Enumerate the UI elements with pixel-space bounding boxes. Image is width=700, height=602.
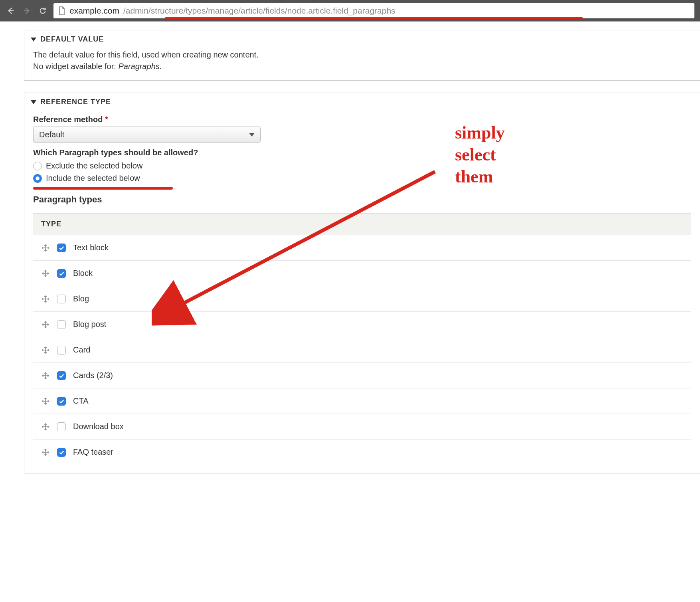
drag-handle-icon[interactable] <box>41 244 50 252</box>
paragraph-type-checkbox[interactable] <box>57 397 66 406</box>
radio-include-label: Include the selected below <box>46 174 140 183</box>
paragraph-types-table: TYPE Text blockBlockBlogBlog postCardCar… <box>33 213 691 465</box>
default-value-line2-suffix: . <box>160 62 162 71</box>
radio-include[interactable]: Include the selected below <box>33 172 691 184</box>
table-row: Blog post <box>33 312 691 337</box>
paragraph-type-checkbox[interactable] <box>57 346 66 354</box>
paragraph-type-label: Card <box>73 345 90 354</box>
browser-toolbar: example.com/admin/structure/types/manage… <box>0 0 700 21</box>
paragraph-type-label: FAQ teaser <box>73 448 113 457</box>
arrow-left-icon <box>6 6 15 15</box>
default-value-line2: No widget available for: Paragraphs. <box>33 61 691 72</box>
drag-handle-icon[interactable] <box>41 422 50 431</box>
radio-exclude-label: Exclude the selected below <box>46 161 142 170</box>
paragraph-type-checkbox[interactable] <box>57 320 66 329</box>
paragraph-type-checkbox[interactable] <box>57 269 66 278</box>
required-indicator: * <box>105 115 108 124</box>
arrow-right-icon <box>22 6 31 15</box>
reference-method-value: Default <box>39 130 64 139</box>
drag-handle-icon[interactable] <box>41 320 50 329</box>
reference-type-title: REFERENCE TYPE <box>40 98 111 106</box>
default-value-line1: The default value for this field, used w… <box>33 49 691 61</box>
default-value-legend[interactable]: DEFAULT VALUE <box>24 30 700 48</box>
paragraph-type-checkbox[interactable] <box>57 371 66 380</box>
default-value-title: DEFAULT VALUE <box>40 35 104 44</box>
table-row: Text block <box>33 235 691 261</box>
table-row: Download box <box>33 414 691 440</box>
reload-button[interactable] <box>38 6 48 16</box>
table-row: Cards (2/3) <box>33 363 691 388</box>
reference-type-legend[interactable]: REFERENCE TYPE <box>24 93 700 110</box>
table-row: CTA <box>33 388 691 414</box>
paragraph-type-label: CTA <box>73 396 89 406</box>
paragraph-type-checkbox[interactable] <box>57 295 66 303</box>
radio-icon <box>33 174 42 183</box>
allowed-types-question: Which Paragraph types should be allowed? <box>33 148 691 157</box>
page-icon <box>58 6 65 15</box>
disclosure-triangle-icon <box>31 38 36 42</box>
drag-handle-icon[interactable] <box>41 371 50 380</box>
default-value-line2-prefix: No widget available for: <box>33 62 118 71</box>
paragraph-type-label: Blog post <box>73 320 106 329</box>
include-underline-annotation <box>33 187 173 190</box>
paragraph-type-checkbox[interactable] <box>57 422 66 431</box>
paragraph-type-label: Cards (2/3) <box>73 371 113 380</box>
reference-method-label: Reference method * <box>33 115 691 124</box>
chevron-down-icon <box>249 133 255 137</box>
paragraph-types-heading: Paragraph types <box>33 194 691 205</box>
drag-handle-icon[interactable] <box>41 448 50 457</box>
table-row: FAQ teaser <box>33 440 691 465</box>
drag-handle-icon[interactable] <box>41 295 50 303</box>
url-path: /admin/structure/types/manage/article/fi… <box>123 6 395 16</box>
paragraph-type-label: Text block <box>73 243 109 252</box>
back-button[interactable] <box>6 6 16 16</box>
paragraph-type-label: Block <box>73 269 93 278</box>
radio-icon <box>33 162 42 170</box>
url-underline-annotation <box>165 17 583 19</box>
drag-handle-icon[interactable] <box>41 269 50 278</box>
forward-button[interactable] <box>22 6 32 16</box>
default-value-fieldset: DEFAULT VALUE The default value for this… <box>24 30 700 81</box>
url-host: example.com <box>69 6 119 16</box>
table-header-type: TYPE <box>33 213 691 235</box>
default-value-line2-em: Paragraphs <box>118 62 159 71</box>
drag-handle-icon[interactable] <box>41 346 50 354</box>
reference-type-fieldset: REFERENCE TYPE Reference method * Defaul… <box>24 93 700 473</box>
reload-icon <box>38 6 47 15</box>
disclosure-triangle-icon <box>31 100 36 104</box>
paragraph-type-label: Download box <box>73 422 124 431</box>
table-row: Card <box>33 337 691 363</box>
paragraph-type-label: Blog <box>73 294 89 303</box>
paragraph-type-checkbox[interactable] <box>57 244 66 252</box>
drag-handle-icon[interactable] <box>41 397 50 406</box>
table-row: Blog <box>33 286 691 312</box>
reference-method-select[interactable]: Default <box>33 127 261 143</box>
radio-exclude[interactable]: Exclude the selected below <box>33 160 691 172</box>
table-row: Block <box>33 261 691 286</box>
paragraph-type-checkbox[interactable] <box>57 448 66 457</box>
address-bar[interactable]: example.com/admin/structure/types/manage… <box>53 3 694 18</box>
